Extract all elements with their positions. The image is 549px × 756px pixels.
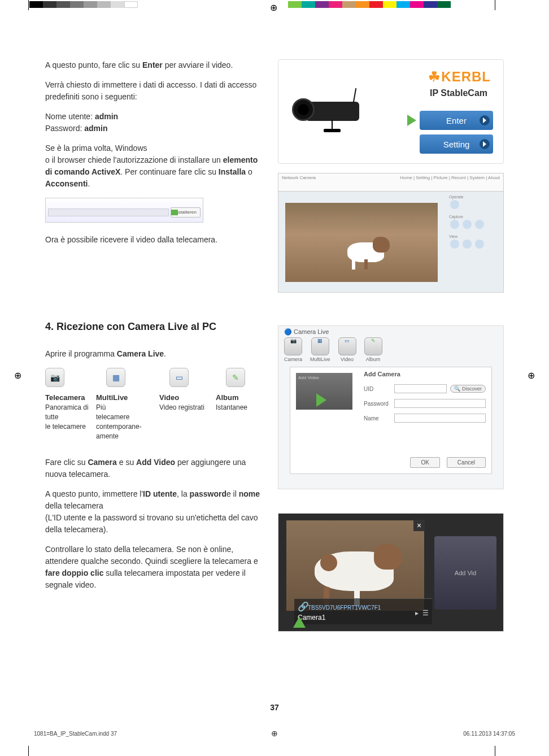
camera1-live-screenshot: × 🔗TBS5VD7U6FPRT1VWC7F1 Camera1 ▸ ☰ Add … bbox=[278, 513, 504, 632]
cancel-button[interactable]: Cancel bbox=[447, 457, 486, 468]
check-status-p: Controllare lo stato della telecamera. S… bbox=[45, 544, 264, 591]
green-arrow-enter bbox=[407, 115, 416, 126]
enter-button[interactable]: Enter bbox=[420, 111, 493, 130]
control-dot[interactable] bbox=[463, 220, 472, 229]
control-dot[interactable] bbox=[450, 200, 459, 209]
credentials: Nome utente: admin Password: admin bbox=[45, 111, 264, 134]
install-button[interactable]: Installieren bbox=[171, 207, 201, 218]
cameralive-addcamera-screenshot: 🔵 Camera Live 📷Camera ▦MultiLive ▭Video … bbox=[278, 325, 504, 489]
enter-row: Enter bbox=[407, 111, 493, 130]
camera-icon: 📷 bbox=[45, 368, 64, 387]
cameralive-tabs: 📷Camera ▦MultiLive ▭Video ✎Album bbox=[284, 337, 382, 362]
registration-mark-top: ⊕ bbox=[270, 2, 277, 13]
video-title: Video bbox=[159, 393, 216, 403]
activex-install-bar: Installieren bbox=[45, 198, 203, 223]
setting-row: Setting bbox=[407, 134, 493, 154]
pass-value: admin bbox=[84, 124, 107, 133]
user-label: Nome utente: bbox=[45, 112, 95, 121]
color-blocks-right bbox=[288, 1, 451, 8]
album-desc: Istantanee bbox=[216, 403, 261, 412]
enter-word: Enter bbox=[142, 60, 163, 69]
telcamera-title: Telecamera bbox=[45, 393, 96, 403]
setting-arrow-icon bbox=[480, 139, 490, 149]
intro-p1-text1: A questo punto, fare clic su bbox=[45, 60, 142, 69]
control-dot[interactable] bbox=[450, 240, 459, 249]
cameralive-title: 🔵 Camera Live bbox=[284, 328, 329, 336]
intro-p1: A questo punto, fare clic su Enter per a… bbox=[45, 59, 264, 71]
receive-video-text: Ora è possibile ricevere il video dalla … bbox=[45, 234, 264, 246]
link-icon: 🔗 bbox=[298, 601, 306, 609]
uid-label: UID bbox=[364, 386, 394, 392]
album-icon: ✎ bbox=[226, 368, 245, 387]
section-4-heading: 4. Ricezione con Camera Live al PC bbox=[45, 319, 264, 334]
add-camera-panel: Add Video Add Camera UID 🔍 Discover Pass… bbox=[290, 367, 492, 474]
add-camera-title: Add Camera bbox=[364, 371, 486, 377]
user-value: admin bbox=[95, 112, 118, 121]
page-number: 37 bbox=[270, 703, 279, 712]
add-video-thumb[interactable]: Add Video bbox=[296, 373, 352, 410]
control-dot[interactable] bbox=[450, 220, 459, 229]
kerbl-logo: ☘KERBL bbox=[428, 69, 491, 85]
video-feed bbox=[285, 203, 438, 282]
top-crop-bar: ⊕ bbox=[0, 0, 549, 10]
ok-button[interactable]: OK bbox=[410, 457, 439, 468]
control-dot[interactable] bbox=[463, 240, 472, 249]
color-blocks-left bbox=[29, 1, 138, 8]
tab-camera[interactable]: 📷Camera bbox=[284, 337, 302, 362]
video-icon: ▭ bbox=[169, 368, 189, 387]
password-input[interactable] bbox=[394, 399, 486, 408]
enter-arrow-icon bbox=[480, 115, 490, 125]
activex-paragraph: Se è la prima volta, Windows o il browse… bbox=[45, 142, 264, 190]
discover-button[interactable]: 🔍 Discover bbox=[450, 385, 486, 393]
intro-p1-text2: per avviare il video. bbox=[163, 60, 233, 69]
menu-icon[interactable]: ☰ bbox=[422, 609, 429, 617]
cow-image bbox=[342, 231, 393, 271]
video-desc: Video registrati bbox=[159, 403, 216, 412]
registration-mark-left: ⊕ bbox=[14, 370, 21, 381]
close-icon[interactable]: × bbox=[413, 520, 425, 531]
browser-video-screenshot: Network Camera Home | Setting | Picture … bbox=[278, 173, 504, 293]
tab-video[interactable]: ▭Video bbox=[338, 337, 356, 362]
password-label: Password bbox=[364, 401, 394, 407]
green-arrow-camera1 bbox=[293, 616, 306, 628]
album-title: Album bbox=[216, 393, 261, 403]
tab-album[interactable]: ✎Album bbox=[364, 337, 382, 362]
registration-mark-bottom: ⊕ bbox=[271, 729, 278, 738]
multilive-desc: Piùtelecamere contemporane-amente bbox=[96, 403, 159, 441]
kerbl-entry-screenshot: ☘KERBL IP StableCam Enter Setting bbox=[278, 59, 504, 164]
registration-mark-right: ⊕ bbox=[528, 370, 535, 381]
setting-button[interactable]: Setting bbox=[420, 134, 493, 154]
green-arrow-addvideo bbox=[316, 393, 326, 407]
multilive-icon: ▦ bbox=[106, 368, 125, 387]
name-label: Name bbox=[364, 415, 394, 422]
enter-id-p: A questo punto, immettere l'ID utente, l… bbox=[45, 488, 264, 536]
control-dot[interactable] bbox=[475, 240, 484, 249]
icon-label-row: Telecamera Panoramica di tuttele telecam… bbox=[45, 393, 264, 441]
tab-multilive[interactable]: ▦MultiLive bbox=[310, 337, 330, 362]
play-icon[interactable]: ▸ bbox=[415, 609, 419, 617]
camera-illustration bbox=[286, 88, 374, 139]
telcamera-desc: Panoramica di tuttele telecamere bbox=[45, 403, 96, 431]
camera-controls-panel: Operate Capture View bbox=[449, 195, 500, 285]
browser-chrome: Network Camera Home | Setting | Picture … bbox=[278, 173, 503, 192]
multilive-title: MultiLive bbox=[96, 393, 159, 403]
name-input[interactable] bbox=[394, 414, 486, 423]
icon-legend-row: 📷 ▦ ▭ ✎ bbox=[45, 368, 264, 387]
add-video-slot[interactable]: Add Vid bbox=[434, 536, 496, 610]
pass-label: Password: bbox=[45, 124, 84, 133]
kerbl-subtitle: IP StableCam bbox=[430, 88, 487, 98]
intro-p2: Verrà chiesto di immettere i dati di acc… bbox=[45, 79, 264, 103]
uid-input[interactable] bbox=[394, 384, 447, 393]
add-video-p: Fare clic su Camera e su Add Video per a… bbox=[45, 457, 264, 480]
footer-filename: 1081=BA_IP_StableCam.indd 37 bbox=[34, 731, 117, 737]
open-cameralive: Aprire il programma Camera Live. bbox=[45, 348, 264, 360]
footer-timestamp: 06.11.2013 14:37:05 bbox=[463, 731, 515, 737]
camera1-video[interactable]: × 🔗TBS5VD7U6FPRT1VWC7F1 Camera1 ▸ ☰ bbox=[286, 520, 424, 611]
control-dot[interactable] bbox=[475, 220, 484, 229]
camera-uid: TBS5VD7U6FPRT1VWC7F1 bbox=[308, 605, 381, 611]
